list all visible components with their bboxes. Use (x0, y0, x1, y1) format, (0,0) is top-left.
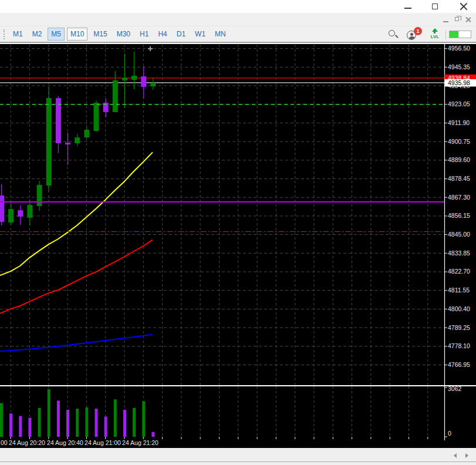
minimize-icon (404, 8, 411, 9)
notification-badge: 1 (414, 27, 422, 35)
bid-price-badge: 4935.98 (445, 79, 476, 87)
timeframe-button-m10[interactable]: M10 (67, 28, 87, 41)
volume-axis-max-label: 3062 (448, 385, 462, 392)
volume-bar (133, 408, 136, 437)
ma-slow-blue (0, 335, 153, 352)
volume-bar (114, 399, 117, 437)
bottom-scroll-strip (0, 448, 476, 465)
timeframe-button-m30[interactable]: M30 (113, 28, 134, 41)
price-axis-label: 4856.15 (448, 212, 470, 219)
mouse-cursor (148, 46, 153, 51)
window-minimize-button[interactable] (399, 0, 417, 13)
chart-canvas[interactable]: 4956.504945.354934.204923.054911.904900.… (0, 43, 476, 449)
timeframe-button-d1[interactable]: D1 (173, 28, 189, 41)
candle (131, 52, 137, 89)
restore-icon (455, 17, 459, 21)
price-axis-label: 4766.95 (448, 361, 470, 368)
close-icon (465, 17, 471, 22)
price-axis-label: 4800.40 (448, 305, 470, 312)
progress-fill (450, 31, 458, 38)
toolbar-drag-handle[interactable] (4, 29, 5, 39)
volume-bar (142, 401, 145, 437)
candle (122, 53, 127, 108)
divider (0, 461, 476, 462)
timeframe-button-m15[interactable]: M15 (90, 28, 110, 41)
timeframe-button-h4[interactable]: H4 (154, 28, 170, 41)
price-axis-label: 4833.85 (448, 250, 470, 257)
volume-bar (151, 432, 154, 437)
volume-bar (38, 408, 41, 437)
chart-window-restore-button[interactable] (452, 13, 462, 26)
timeframe-button-m2[interactable]: M2 (29, 28, 46, 41)
candle (8, 202, 13, 225)
toolbar-separator (445, 30, 446, 39)
candle (103, 99, 109, 117)
price-axis-label: 4889.60 (448, 156, 470, 163)
chart-window-minimize-button[interactable] (441, 13, 451, 26)
price-axis-label: 4778.10 (448, 342, 470, 349)
price-axis-label: 4811.55 (448, 287, 470, 294)
price-axis-label: 4956.50 (448, 45, 470, 52)
title-bar (0, 0, 476, 13)
volume-bar (28, 418, 31, 437)
chart-window: 4956.504945.354934.204923.054911.904900.… (0, 42, 476, 448)
price-axis-label: 4900.75 (448, 138, 470, 145)
price-axis-label: 4923.05 (448, 100, 470, 107)
volume-axis-min-label: 0 (448, 430, 451, 437)
volume-bar (66, 410, 69, 437)
volume-bar (85, 407, 88, 437)
price-axis-label: 4945.35 (448, 63, 470, 70)
time-axis-label: 24 Aug 20:20 (9, 439, 45, 446)
timeframe-toolbar: M1M2M5M10M15M30H1H4D1W1MN 1 LVL (0, 26, 476, 42)
notifications-icon[interactable]: 1 (407, 29, 420, 41)
window-close-button[interactable] (454, 0, 472, 13)
volume-bar (48, 389, 50, 437)
candle (18, 205, 23, 225)
time-axis-label: 24 Aug 21:00 (85, 439, 121, 446)
lvl-label: LVL (429, 34, 441, 39)
timeframe-button-h1[interactable]: H1 (136, 28, 152, 41)
time-axis-label: 24 Aug 21:20 (122, 439, 158, 446)
ma-mid-red (0, 240, 153, 313)
svg-text:4935.98: 4935.98 (448, 79, 470, 86)
window-maximize-button[interactable] (426, 0, 444, 13)
candle (0, 184, 4, 225)
candle (141, 66, 146, 99)
volume-bar (19, 416, 22, 437)
scroll-right-arrow[interactable] (463, 452, 470, 459)
timeframe-button-mn[interactable]: MN (211, 28, 229, 41)
candle (150, 78, 156, 90)
candle (113, 71, 118, 112)
pane-divider (0, 385, 476, 386)
volume-bar (9, 413, 12, 437)
volume-bar (104, 417, 107, 437)
chart-window-close-button[interactable] (463, 13, 473, 26)
volume-bar (123, 410, 126, 437)
maximize-icon (432, 4, 438, 9)
candle (84, 127, 89, 139)
time-axis-label: 24 Aug 20:40 (47, 439, 83, 446)
price-axis-label: 4911.90 (448, 119, 470, 126)
candle (94, 100, 99, 132)
minimize-icon (443, 21, 448, 22)
candle (75, 134, 80, 146)
close-icon (460, 2, 467, 10)
candle (46, 87, 52, 191)
timeframe-button-m5[interactable]: M5 (48, 28, 65, 41)
candle (27, 200, 32, 225)
timeframe-button-m1[interactable]: M1 (9, 28, 26, 41)
chart-top-border (0, 43, 476, 44)
volume-bar (0, 403, 3, 437)
candle (37, 181, 42, 211)
timeframe-button-w1[interactable]: W1 (191, 28, 209, 41)
time-axis-label: 00 (1, 439, 8, 446)
price-axis-label: 4878.45 (448, 175, 470, 182)
lvl-indicator-icon[interactable]: LVL (429, 28, 441, 41)
timeframe-buttons: M1M2M5M10M15M30H1H4D1W1MN (9, 28, 232, 41)
search-icon[interactable] (387, 29, 399, 41)
price-axis-label: 4867.30 (448, 194, 470, 201)
candle (56, 96, 61, 153)
price-axis-label: 4789.25 (448, 324, 470, 331)
volume-bar (95, 409, 98, 437)
scroll-left-arrow[interactable] (452, 452, 459, 459)
